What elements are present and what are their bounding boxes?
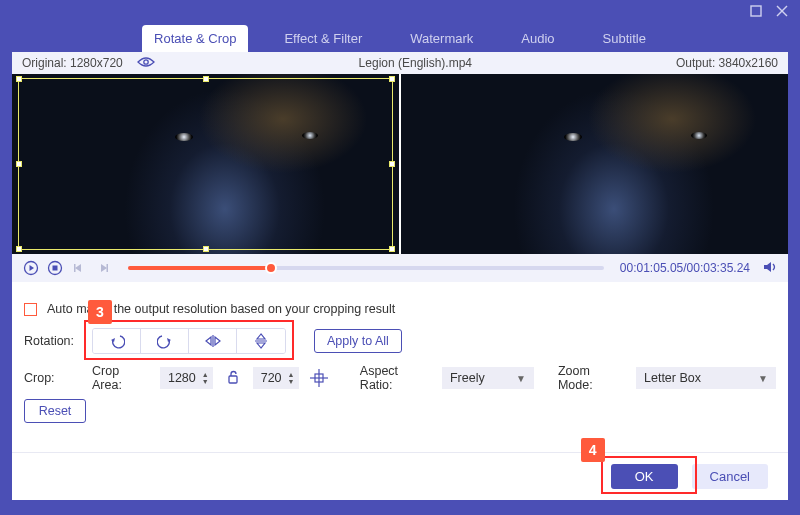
crop-label: Crop: xyxy=(24,371,82,385)
svg-rect-11 xyxy=(107,264,109,272)
tab-rotate-crop[interactable]: Rotate & Crop xyxy=(142,25,248,52)
output-resolution: Output: 3840x2160 xyxy=(676,56,778,70)
tab-audio[interactable]: Audio xyxy=(509,25,566,52)
svg-rect-9 xyxy=(74,264,76,272)
timeline-slider[interactable] xyxy=(128,266,604,270)
preview-original[interactable] xyxy=(12,74,399,254)
aspect-ratio-select[interactable]: Freely▼ xyxy=(442,367,534,389)
svg-marker-12 xyxy=(764,262,771,272)
crop-position-icon[interactable] xyxy=(309,367,330,389)
svg-point-3 xyxy=(144,59,148,63)
annotation-callout-3: 3 xyxy=(88,300,112,324)
svg-rect-0 xyxy=(751,6,761,16)
original-resolution: Original: 1280x720 xyxy=(22,56,123,70)
controls-area: Auto match the output resolution based o… xyxy=(12,282,788,442)
annotation-box-3 xyxy=(84,320,294,360)
stop-icon[interactable] xyxy=(46,259,64,277)
play-icon[interactable] xyxy=(22,259,40,277)
prev-frame-icon[interactable] xyxy=(70,259,88,277)
zoom-mode-select[interactable]: Letter Box▼ xyxy=(636,367,776,389)
annotation-box-4 xyxy=(601,456,697,494)
preview-output xyxy=(401,74,788,254)
tab-subtitle[interactable]: Subtitle xyxy=(591,25,658,52)
tab-watermark[interactable]: Watermark xyxy=(398,25,485,52)
crop-selection[interactable] xyxy=(18,78,393,250)
timecode: 00:01:05.05/00:03:35.24 xyxy=(620,261,750,275)
rotation-label: Rotation: xyxy=(24,334,82,348)
cancel-button[interactable]: Cancel xyxy=(692,464,768,489)
tab-bar: Rotate & Crop Effect & Filter Watermark … xyxy=(0,22,800,52)
crop-height-input[interactable]: 720▲▼ xyxy=(253,367,299,389)
tab-effect-filter[interactable]: Effect & Filter xyxy=(272,25,374,52)
annotation-callout-4: 4 xyxy=(581,438,605,462)
crop-width-input[interactable]: 1280▲▼ xyxy=(160,367,213,389)
preview-area xyxy=(12,74,788,254)
transport-bar: 00:01:05.05/00:03:35.24 xyxy=(12,254,788,282)
close-icon[interactable] xyxy=(774,3,790,19)
svg-rect-21 xyxy=(229,376,237,383)
filename: Legion (English).mp4 xyxy=(155,56,676,70)
aspect-ratio-label: Aspect Ratio: xyxy=(360,364,432,392)
main-panel: Original: 1280x720 Legion (English).mp4 … xyxy=(12,52,788,500)
lock-aspect-icon[interactable] xyxy=(223,370,243,387)
window-titlebar xyxy=(0,0,800,22)
preview-eye-icon[interactable] xyxy=(137,56,155,71)
auto-match-checkbox[interactable] xyxy=(24,303,37,316)
next-frame-icon[interactable] xyxy=(94,259,112,277)
svg-marker-5 xyxy=(30,265,35,271)
crop-area-label: Crop Area: xyxy=(92,364,150,392)
zoom-mode-label: Zoom Mode: xyxy=(558,364,626,392)
maximize-icon[interactable] xyxy=(748,3,764,19)
svg-marker-10 xyxy=(101,264,107,272)
apply-to-all-button[interactable]: Apply to All xyxy=(314,329,402,353)
reset-button[interactable]: Reset xyxy=(24,399,86,423)
svg-marker-8 xyxy=(75,264,81,272)
info-bar: Original: 1280x720 Legion (English).mp4 … xyxy=(12,52,788,74)
svg-rect-7 xyxy=(53,266,58,271)
dialog-footer: 4 OK Cancel xyxy=(12,452,788,500)
volume-icon[interactable] xyxy=(762,259,778,278)
